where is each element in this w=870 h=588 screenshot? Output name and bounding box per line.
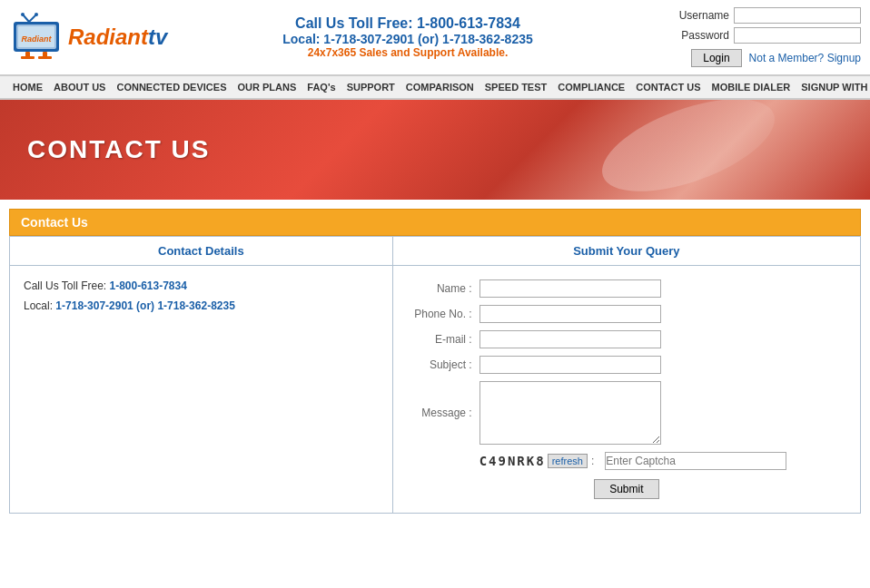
svg-point-2 bbox=[21, 13, 25, 16]
email-input[interactable] bbox=[479, 330, 661, 348]
col2-header: Submit Your Query bbox=[392, 237, 860, 266]
header: Radiant Radianttv Call Us Toll Free: 1-8… bbox=[0, 0, 870, 75]
captcha-input[interactable] bbox=[605, 452, 786, 470]
svg-rect-10 bbox=[38, 56, 52, 59]
login-actions: Login Not a Member? Signup bbox=[625, 49, 861, 67]
phone-row: Phone No. : bbox=[407, 305, 846, 323]
header-center: Call Us Toll Free: 1-800-613-7834 Local:… bbox=[191, 15, 625, 59]
header-right: Username Password Login Not a Member? Si… bbox=[625, 7, 861, 67]
submit-button[interactable]: Submit bbox=[594, 479, 658, 499]
password-label: Password bbox=[670, 29, 729, 42]
signup-link[interactable]: Not a Member? Signup bbox=[749, 52, 861, 64]
nav-connected-devices[interactable]: CONNECTED DEVICES bbox=[111, 80, 232, 94]
col1-header: Contact Details bbox=[10, 237, 393, 266]
contact-local: Local: 1-718-307-2901 (or) 1-718-362-823… bbox=[24, 299, 379, 312]
nav-home[interactable]: HOME bbox=[7, 80, 48, 94]
nav-mobile-dialer[interactable]: MOBILE DIALER bbox=[707, 80, 796, 94]
nav-signup-with-pin[interactable]: SIGNUP WITH PIN bbox=[796, 80, 870, 94]
nav-our-plans[interactable]: OUR PLANS bbox=[232, 80, 302, 94]
captcha-colon: : bbox=[591, 455, 594, 467]
phone-label: Phone No. : bbox=[407, 308, 479, 320]
contact-toll-free: Call Us Toll Free: 1-800-613-7834 bbox=[24, 279, 379, 292]
section-header: Contact Us bbox=[9, 209, 861, 236]
nav-comparison[interactable]: COMPARISON bbox=[400, 80, 479, 94]
login-button[interactable]: Login bbox=[691, 49, 741, 67]
username-input[interactable] bbox=[734, 7, 861, 24]
message-label: Message : bbox=[407, 407, 479, 419]
username-row: Username bbox=[670, 7, 861, 24]
contact-details-cell: Call Us Toll Free: 1-800-613-7834 Local:… bbox=[10, 266, 393, 514]
nav-support[interactable]: SUPPORT bbox=[341, 80, 400, 94]
banner: CONTACT US bbox=[0, 100, 870, 200]
svg-point-3 bbox=[35, 13, 38, 16]
message-textarea[interactable] bbox=[479, 381, 661, 445]
banner-title: CONTACT US bbox=[27, 135, 210, 164]
svg-rect-9 bbox=[21, 56, 35, 59]
captcha-value: C49NRK8 bbox=[479, 454, 546, 468]
captcha-refresh-button[interactable]: refresh bbox=[548, 454, 588, 468]
message-row: Message : bbox=[407, 381, 846, 445]
name-row: Name : bbox=[407, 279, 846, 298]
svg-text:Radiant: Radiant bbox=[21, 34, 52, 44]
local-header: Local: 1-718-307-2901 (or) 1-718-362-823… bbox=[191, 32, 625, 46]
toll-free-header: Call Us Toll Free: 1-800-613-7834 bbox=[191, 15, 625, 32]
phone-input[interactable] bbox=[479, 305, 661, 323]
password-row: Password bbox=[670, 27, 861, 44]
main-content: Contact Us Contact Details Submit Your Q… bbox=[0, 200, 870, 523]
logo-icon: Radiant bbox=[9, 13, 64, 63]
submit-row: Submit bbox=[407, 479, 846, 499]
nav-about-us[interactable]: ABOUT US bbox=[48, 80, 111, 94]
form-cell: Name : Phone No. : E-mail : Subject : bbox=[392, 266, 860, 514]
contact-table: Contact Details Submit Your Query Call U… bbox=[9, 236, 861, 514]
email-row: E-mail : bbox=[407, 330, 846, 348]
name-label: Name : bbox=[407, 282, 479, 295]
name-input[interactable] bbox=[479, 279, 661, 298]
subject-input[interactable] bbox=[479, 356, 661, 374]
nav-speed-test[interactable]: SPEED TEST bbox=[479, 80, 552, 94]
nav-compliance[interactable]: COMPLIANCE bbox=[552, 80, 630, 94]
nav-faqs[interactable]: FAQ's bbox=[302, 80, 341, 94]
logo-text: Radianttv bbox=[68, 24, 167, 50]
logo-area: Radiant Radianttv bbox=[9, 13, 191, 63]
email-label: E-mail : bbox=[407, 333, 479, 346]
nav-contact-us[interactable]: CONTACT US bbox=[630, 80, 706, 94]
subject-label: Subject : bbox=[407, 358, 479, 371]
username-label: Username bbox=[670, 9, 729, 22]
subject-row: Subject : bbox=[407, 356, 846, 374]
support-text: 24x7x365 Sales and Support Available. bbox=[191, 46, 625, 59]
captcha-row: C49NRK8 refresh : bbox=[407, 452, 846, 470]
nav: HOME ABOUT US CONNECTED DEVICES OUR PLAN… bbox=[0, 75, 870, 100]
password-input[interactable] bbox=[734, 27, 861, 44]
